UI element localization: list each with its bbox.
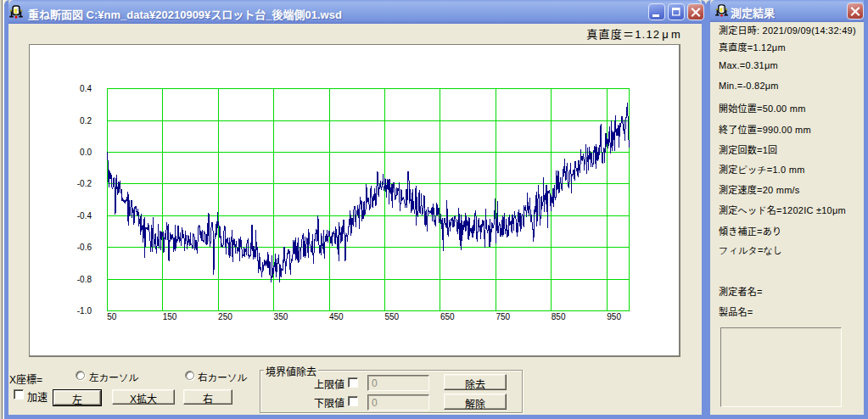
svg-text:-0.4: -0.4 [77, 211, 92, 221]
svg-text:50: 50 [107, 312, 117, 321]
svg-text:550: 550 [385, 312, 400, 321]
svg-text:0.0: 0.0 [80, 148, 92, 157]
svg-text:-1.0: -1.0 [77, 306, 92, 316]
svg-text:250: 250 [218, 312, 232, 321]
svg-text:750: 750 [496, 312, 510, 321]
svg-text:150: 150 [163, 312, 177, 321]
svg-text:-0.6: -0.6 [77, 243, 92, 252]
svg-text:-0.8: -0.8 [77, 275, 92, 284]
svg-text:950: 950 [607, 312, 621, 321]
svg-text:850: 850 [552, 312, 566, 321]
svg-text:0.4: 0.4 [80, 84, 92, 93]
svg-text:650: 650 [440, 312, 455, 321]
svg-text:-0.2: -0.2 [77, 179, 92, 188]
svg-text:350: 350 [274, 312, 288, 321]
svg-text:0.2: 0.2 [80, 116, 92, 126]
svg-text:450: 450 [329, 312, 344, 321]
